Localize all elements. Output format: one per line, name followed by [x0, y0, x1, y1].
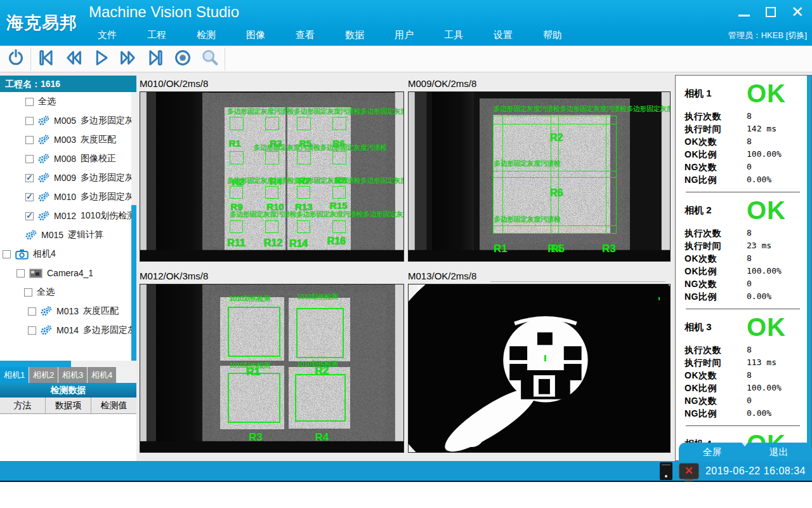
- tree-item-m003[interactable]: M003灰度匹配: [0, 130, 136, 149]
- tree-item[interactable]: 全选: [0, 283, 136, 302]
- tree-item-m008[interactable]: M008图像校正: [0, 149, 136, 168]
- skip-end-button[interactable]: [141, 47, 169, 71]
- project-header: 工程名：1616: [0, 76, 136, 92]
- tree-item-m009[interactable]: M009多边形固定灰度污渍检: [0, 168, 136, 187]
- gears-icon: [41, 306, 52, 316]
- record-button[interactable]: [169, 47, 196, 71]
- camera-section-header: 相机 2OK: [684, 197, 801, 224]
- tree-item[interactable]: Camera4_1: [0, 264, 136, 283]
- menu-item-3[interactable]: 检测: [181, 27, 231, 43]
- stat-label: 执行时间: [684, 123, 747, 135]
- tree-item-m012[interactable]: M0121010划伤检测: [0, 206, 136, 225]
- tree-item-label: 1010划伤检测: [81, 210, 136, 222]
- checkbox[interactable]: [16, 269, 25, 277]
- tab-camera4[interactable]: 相机4: [88, 367, 116, 383]
- detect-col-1[interactable]: 方法: [0, 398, 46, 413]
- stat-value: 100.00%: [747, 265, 782, 277]
- exit-button[interactable]: 退出: [745, 443, 812, 462]
- stat-value: 142 ms: [747, 123, 776, 135]
- camera-image[interactable]: [408, 284, 671, 453]
- stat-label: 执行时间: [684, 356, 747, 369]
- checkbox[interactable]: [25, 117, 34, 125]
- tree-vscrollbar[interactable]: [131, 92, 136, 361]
- tree-item-m005[interactable]: M005多边形固定灰度污渍检: [0, 111, 136, 130]
- switch-user-link[interactable]: [切换]: [786, 30, 807, 40]
- region-label: R16: [327, 236, 346, 247]
- overlay-text: 多边形固定灰度污渍检多边形固定灰度污渍检多边形固定灰度污渍检: [230, 210, 404, 219]
- tree-item-m015[interactable]: M015逻辑计算: [0, 225, 136, 244]
- tab-camera1[interactable]: 相机1: [0, 367, 29, 383]
- tree-item[interactable]: 全选: [0, 92, 136, 111]
- camera-image[interactable]: 多边形固定灰度污渍检多边形固定灰度污渍检多边形固定灰度污渍检多边形固定灰度污渍检…: [140, 91, 404, 262]
- camera-section-header: 相机 1OK: [684, 80, 801, 107]
- menu-item-10[interactable]: 帮助: [528, 27, 577, 43]
- tree-item-label: 相机4: [33, 248, 56, 260]
- fullscreen-button[interactable]: 全屏: [679, 443, 745, 462]
- gears-icon: [41, 325, 52, 335]
- menu-item-2[interactable]: 工程: [132, 27, 181, 43]
- menu-item-1[interactable]: 文件: [82, 27, 132, 43]
- detect-col-2[interactable]: 数据项: [46, 398, 91, 413]
- detection-box: [332, 186, 346, 199]
- minimize-button[interactable]: [736, 4, 752, 20]
- stats-scrollbar[interactable]: [807, 76, 811, 460]
- detect-data-header: 检测数据: [0, 383, 136, 398]
- stat-row: NG次数0: [684, 277, 801, 290]
- monitor-error-icon[interactable]: ✕: [679, 463, 699, 479]
- checkbox[interactable]: [28, 307, 36, 316]
- menu-item-8[interactable]: 工具: [429, 27, 478, 43]
- stat-value: 0.00%: [747, 173, 771, 186]
- checkbox[interactable]: [25, 98, 34, 106]
- detection-box: [297, 151, 311, 164]
- tab-camera2[interactable]: 相机2: [29, 367, 58, 383]
- camera-section-3: 相机 3OK执行次数8执行时间113 msOK次数8OK比例100.00%NG次…: [676, 309, 811, 426]
- detection-box: [265, 220, 278, 233]
- stat-value: 0: [747, 161, 752, 173]
- skip-start-button[interactable]: [32, 47, 60, 71]
- tree-item-code: M014: [56, 325, 79, 335]
- scrollbar-thumb[interactable]: [0, 361, 71, 367]
- search-button[interactable]: [196, 47, 223, 71]
- status-ok: OK: [747, 197, 786, 223]
- checkbox[interactable]: [25, 193, 34, 201]
- menu-item-5[interactable]: 查看: [280, 27, 330, 43]
- rewind-icon: [64, 48, 83, 69]
- region-label: R12: [264, 237, 282, 249]
- tree-item-m013[interactable]: M013灰度匹配: [0, 302, 136, 321]
- camera-image[interactable]: 1010划伤检测1010划伤检测1010划伤检测1010划伤检测R1R2R3R4: [140, 284, 404, 453]
- datetime-label: 2019-06-22 16:08:34: [705, 465, 808, 477]
- fast-forward-button[interactable]: [114, 47, 141, 71]
- rewind-button[interactable]: [60, 47, 87, 71]
- camera-image[interactable]: 多边形固定灰度污渍检多边形固定灰度污渍检多边形固定灰度污渍检多边形固定灰度污渍检…: [408, 91, 671, 262]
- tree-hscrollbar[interactable]: [0, 361, 136, 367]
- tree-item-m014[interactable]: M014多边形固定灰度污渍检: [0, 321, 136, 340]
- pc-tower-icon[interactable]: [660, 462, 672, 480]
- power-button[interactable]: [2, 47, 29, 71]
- play-button[interactable]: [87, 47, 114, 71]
- skip-end-icon: [146, 48, 165, 69]
- region-label: R13: [295, 201, 313, 212]
- checkbox[interactable]: [25, 155, 34, 163]
- maximize-button[interactable]: [763, 4, 779, 20]
- scrollbar-thumb[interactable]: [131, 205, 136, 361]
- menu-item-4[interactable]: 图像: [231, 27, 280, 43]
- search-icon: [200, 48, 219, 69]
- overlay-text: 多边形固定灰度污渍检: [494, 215, 560, 224]
- stat-row: NG比例0.00%: [684, 173, 801, 186]
- detect-col-3[interactable]: 检测值: [91, 398, 136, 413]
- close-button[interactable]: ✕: [789, 4, 806, 20]
- tree-item[interactable]: 相机4: [0, 244, 136, 264]
- checkbox[interactable]: [24, 288, 32, 297]
- checkbox[interactable]: [28, 326, 36, 335]
- menu-item-6[interactable]: 数据: [330, 27, 379, 43]
- menu-item-7[interactable]: 用户: [379, 27, 429, 43]
- checkbox[interactable]: [25, 174, 34, 182]
- menu-item-9[interactable]: 设置: [478, 27, 528, 43]
- checkbox[interactable]: [25, 136, 34, 144]
- tree-item-m010[interactable]: M010多边形固定灰度污渍检: [0, 187, 136, 206]
- checkbox[interactable]: [25, 212, 34, 220]
- checkbox[interactable]: [3, 250, 11, 258]
- detection-box: [332, 220, 346, 233]
- region-label: R2: [550, 132, 563, 144]
- tab-camera3[interactable]: 相机3: [58, 367, 87, 383]
